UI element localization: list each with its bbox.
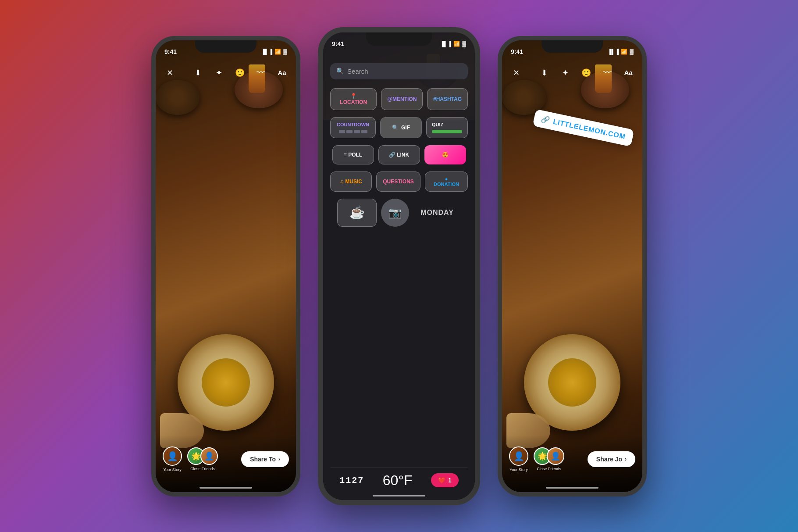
left-phone: 9:41 ▐▌▐ 📶 ▓ ✕ ⬇ ✦ 🙂 〰 Aa 👤 Your: [151, 36, 300, 496]
your-story-avatar-right[interactable]: 👤 Your Story: [509, 446, 528, 472]
search-icon: 🔍: [336, 68, 344, 75]
share-chevron-left: ›: [278, 456, 280, 462]
temperature-display: 60°F: [383, 472, 413, 489]
countdown-bars: [339, 130, 367, 133]
home-indicator-middle: [373, 495, 425, 496]
sticker-countdown[interactable]: COUNTDOWN: [330, 117, 376, 138]
food-photo-bg: [156, 40, 296, 492]
sticker-hashtag[interactable]: #HASHTAG: [427, 88, 468, 110]
music-label: ♫ MUSIC: [340, 179, 362, 185]
sticker-music[interactable]: ♫ MUSIC: [330, 171, 372, 192]
download-icon-right[interactable]: ⬇: [537, 66, 551, 80]
download-icon-left[interactable]: ⬇: [191, 66, 205, 80]
sticker-panel: 🔍 Search 📍 LOCATION @MENTION #HASHTAG: [323, 32, 475, 500]
close-friends-label-right: Close Friends: [537, 467, 561, 471]
battery-icon-right: ▓: [630, 49, 634, 55]
sticker-mention-label: @MENTION: [387, 96, 417, 102]
countdown-label: COUNTDOWN: [337, 122, 369, 127]
scribble-icon-left[interactable]: 〰: [254, 66, 268, 80]
bottom-counter-tray: 1127 60°F ❤️ 1: [330, 468, 468, 493]
share-label-right: Share Jo: [596, 456, 622, 463]
status-icons-middle: ▐▌▐ 📶 ▓: [440, 41, 466, 47]
your-story-label-right: Your Story: [509, 468, 528, 472]
like-badge[interactable]: ❤️ 1: [431, 473, 459, 487]
questions-label: QUESTIONS: [383, 179, 414, 185]
time-middle: 9:41: [332, 40, 344, 47]
bottom-bar-left: 👤 Your Story 🌟 👤 Close Friends Share To …: [156, 435, 296, 492]
text-icon-right[interactable]: Aa: [621, 66, 635, 80]
status-icons-left: ▐▌▐ 📶 ▓: [261, 49, 287, 55]
wifi-icon: 📶: [274, 49, 281, 55]
scribble-icon-right[interactable]: 〰: [600, 66, 614, 80]
close-friends-label: Close Friends: [190, 467, 215, 471]
sticker-link[interactable]: 🔗 LINK: [378, 145, 420, 164]
right-phone: 🔗 LITTLELEMON.COM 9:41 ▐▌▐ 📶 ▓ ✕ ⬇ ✦ 🙂 〰…: [498, 36, 647, 496]
home-indicator-right: [546, 487, 598, 489]
sticker-row-3: ≡ POLL 🔗 LINK 😍: [330, 145, 468, 164]
food-photo-bg-right: [502, 40, 642, 492]
search-bar[interactable]: 🔍 Search: [330, 63, 468, 79]
sticker-location-label: 📍 LOCATION: [338, 93, 369, 105]
sticker-grid: 📍 LOCATION @MENTION #HASHTAG COUNTDOWN: [330, 88, 468, 493]
signal-icon-middle: ▐▌▐: [440, 41, 452, 47]
avatar-close-friends-2: 👤: [200, 447, 218, 465]
sticker-questions[interactable]: QUESTIONS: [376, 171, 420, 192]
close-friends-avatar-right[interactable]: 🌟 👤 Close Friends: [534, 447, 564, 471]
close-button-right[interactable]: ✕: [509, 66, 523, 80]
sticker-hashtag-label: #HASHTAG: [433, 96, 462, 102]
wifi-icon-middle: 📶: [453, 41, 460, 47]
signal-icon: ▐▌▐: [261, 49, 273, 55]
sticker-row-5: ☕ 📷 MONDAY: [330, 199, 468, 227]
wifi-icon-right: 📶: [621, 49, 627, 55]
home-indicator-left: [200, 487, 252, 489]
sticker-location[interactable]: 📍 LOCATION: [330, 88, 377, 110]
status-icons-right: ▐▌▐ 📶 ▓: [608, 49, 634, 55]
quiz-label: QUIZ: [432, 122, 443, 127]
your-story-avatar[interactable]: 👤 Your Story: [163, 446, 182, 472]
mug-emoji: ☕: [349, 205, 365, 220]
share-button-left[interactable]: Share To ›: [241, 451, 289, 467]
face-icon-right[interactable]: 🙂: [579, 66, 593, 80]
move-icon-right[interactable]: ✦: [558, 66, 572, 80]
emoji-slider-label: 😍: [442, 152, 449, 158]
share-button-right[interactable]: Share Jo ›: [588, 451, 635, 467]
sticker-row-1: 📍 LOCATION @MENTION #HASHTAG: [330, 88, 468, 110]
avatar-your-story-right: 👤: [509, 446, 528, 466]
gif-search-icon: 🔍: [392, 125, 399, 131]
toolbar-left: ✕ ⬇ ✦ 🙂 〰 Aa: [156, 62, 296, 83]
sticker-row-2: COUNTDOWN 🔍 GIF QUIZ: [330, 117, 468, 138]
sticker-quiz[interactable]: QUIZ: [426, 117, 468, 138]
share-label-left: Share To: [250, 456, 276, 463]
avatar-your-story: 👤: [163, 446, 182, 466]
sticker-mug[interactable]: ☕: [337, 199, 377, 227]
close-friends-avatar[interactable]: 🌟 👤 Close Friends: [187, 447, 218, 471]
link-sticker-icon: 🔗: [540, 114, 551, 125]
battery-icon: ▓: [283, 49, 287, 55]
sticker-camera[interactable]: 📷: [381, 199, 409, 227]
sticker-emoji-slider[interactable]: 😍: [424, 145, 466, 164]
time-left: 9:41: [164, 48, 177, 55]
search-placeholder: Search: [347, 68, 368, 75]
sticker-row-4: ♫ MUSIC QUESTIONS ● DONATION: [330, 171, 468, 192]
sticker-monday-text[interactable]: MONDAY: [413, 199, 461, 227]
close-button-left[interactable]: ✕: [163, 66, 177, 80]
gif-label: GIF: [401, 125, 410, 131]
heart-icon: ❤️: [438, 477, 445, 484]
share-chevron-right: ›: [625, 456, 627, 462]
counter-number: 1127: [339, 475, 364, 486]
bottom-bar-right: 👤 Your Story 🌟 👤 Close Friends Share Jo …: [502, 435, 642, 492]
sticker-donation[interactable]: ● DONATION: [425, 171, 468, 192]
link-label: 🔗 LINK: [389, 152, 409, 158]
face-icon-left[interactable]: 🙂: [233, 66, 247, 80]
monday-label: MONDAY: [420, 209, 454, 217]
sticker-gif[interactable]: 🔍 GIF: [380, 117, 422, 138]
sticker-mention[interactable]: @MENTION: [381, 88, 423, 110]
sticker-poll[interactable]: ≡ POLL: [332, 145, 374, 164]
camera-icon: 📷: [388, 207, 402, 219]
text-icon-left[interactable]: Aa: [275, 66, 289, 80]
toolbar-right: ✕ ⬇ ✦ 🙂 〰 Aa: [502, 62, 642, 83]
status-bar-middle: 9:41 ▐▌▐ 📶 ▓: [323, 32, 475, 52]
time-right: 9:41: [511, 48, 523, 55]
like-count: 1: [448, 477, 452, 484]
move-icon-left[interactable]: ✦: [212, 66, 226, 80]
